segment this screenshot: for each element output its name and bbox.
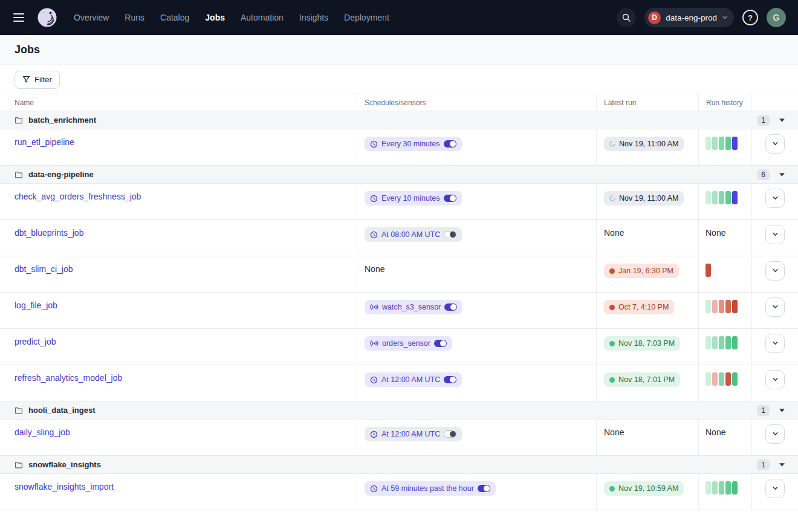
latest-run-chip[interactable]: Nov 19, 10:59 AM [604,481,684,496]
job-actions-button[interactable] [765,479,785,498]
job-link[interactable]: dbt_blueprints_job [15,228,83,238]
run-history-bar[interactable] [719,372,724,386]
run-history-bar[interactable] [712,481,718,495]
schedule-chip[interactable]: Every 10 minutes [365,191,462,206]
avatar[interactable]: G [767,8,786,27]
schedule-label: At 59 minutes past the hour [381,484,474,493]
job-actions-button[interactable] [765,225,785,244]
job-actions-button[interactable] [765,334,785,353]
job-actions-button[interactable] [765,424,785,444]
job-link[interactable]: run_etl_pipeline [15,137,74,147]
job-link[interactable]: predict_job [15,337,56,346]
nav-item-jobs[interactable]: Jobs [205,13,225,22]
run-history-bar[interactable] [725,191,731,204]
nav-item-insights[interactable]: Insights [299,13,328,22]
collapse-caret-icon[interactable] [779,463,785,467]
run-history-bar[interactable] [719,481,724,495]
schedule-toggle[interactable] [444,303,457,311]
job-actions-button[interactable] [765,134,785,154]
run-history-bar[interactable] [725,372,731,386]
run-history-bar[interactable] [706,481,711,495]
collapse-caret-icon[interactable] [779,173,785,177]
job-actions-button[interactable] [765,189,785,208]
run-history-bar[interactable] [712,137,718,150]
run-history-bar[interactable] [706,336,711,349]
toggle-knob [450,431,456,437]
run-history-bar[interactable] [706,372,711,386]
schedule-chip[interactable]: At 12:00 AM UTC [365,372,462,387]
latest-run-chip[interactable]: Jan 19, 6:30 PM [604,264,679,278]
run-history-bar[interactable] [712,336,718,349]
nav-item-runs[interactable]: Runs [125,13,144,22]
run-history-bar[interactable] [719,300,724,313]
schedule-chip[interactable]: Every 30 minutes [365,137,462,151]
run-history-bar[interactable] [712,191,718,204]
deployment-switcher[interactable]: D data-eng-prod [644,8,734,27]
nav-item-catalog[interactable]: Catalog [160,13,189,22]
schedule-toggle[interactable] [444,140,456,148]
job-link[interactable]: dbt_slim_ci_job [15,264,73,274]
nav-item-overview[interactable]: Overview [74,13,109,22]
job-actions-button[interactable] [765,297,785,317]
help-icon[interactable]: ? [742,10,758,25]
collapse-caret-icon[interactable] [779,409,785,412]
run-history-bar[interactable] [732,191,738,204]
run-history-bar[interactable] [719,191,724,204]
latest-run-chip[interactable]: Nov 19, 11:00 AM [604,191,684,206]
toggle-knob [450,195,456,201]
run-history-bar[interactable] [712,300,718,313]
run-history-bar[interactable] [706,191,711,204]
run-history-bar[interactable] [725,336,731,349]
latest-run-chip[interactable]: Oct 7, 4:10 PM [604,300,674,314]
schedule-toggle[interactable] [434,340,447,347]
latest-run-chip[interactable]: Nov 18, 7:03 PM [604,336,680,351]
schedule-toggle[interactable] [444,430,456,438]
job-link[interactable]: log_file_job [15,300,57,310]
collapse-caret-icon[interactable] [779,118,785,122]
nav-item-automation[interactable]: Automation [241,13,284,22]
run-history-bar[interactable] [732,336,738,349]
group-row-hooli_data_ingest[interactable]: hooli_data_ingest1 [0,401,798,420]
schedule-toggle[interactable] [478,485,490,492]
group-row-batch_enrichment[interactable]: batch_enrichment1 [0,111,798,129]
run-history-bar[interactable] [725,137,731,150]
latest-run-chip[interactable]: Nov 19, 11:00 AM [604,137,684,151]
run-history-bar[interactable] [706,300,711,313]
job-link[interactable]: snowflake_insights_import [15,482,114,491]
run-history-bar[interactable] [706,137,711,150]
run-history-bar[interactable] [732,300,738,313]
job-link[interactable]: check_avg_orders_freshness_job [15,192,141,201]
run-history-bar[interactable] [719,336,724,349]
group-row-snowflake_insights[interactable]: snowflake_insights1 [0,456,798,474]
search-icon[interactable] [617,8,636,27]
sensor-chip[interactable]: watch_s3_sensor [365,300,462,314]
schedule-toggle[interactable] [444,231,456,238]
job-link[interactable]: refresh_analytics_model_job [15,373,122,383]
run-history-bar[interactable] [732,481,738,495]
filter-button[interactable]: Filter [15,71,60,89]
job-actions-button[interactable] [765,370,785,389]
run-history-bar[interactable] [712,372,718,386]
latest-run-chip[interactable]: Nov 18, 7:01 PM [604,372,680,387]
dagster-logo[interactable] [36,7,58,28]
menu-icon[interactable] [10,10,28,25]
schedule-toggle[interactable] [444,376,456,383]
schedule-chip[interactable]: At 12:00 AM UTC [365,427,462,441]
run-history-bar[interactable] [706,264,711,277]
schedule-chip[interactable]: At 08:00 AM UTC [365,227,462,242]
in-progress-spinner-icon [608,140,617,148]
schedule-toggle[interactable] [444,195,456,202]
schedule-chip[interactable]: At 59 minutes past the hour [365,481,496,496]
group-row-data-eng-pipeline[interactable]: data-eng-pipeline6 [0,166,798,184]
name-cell: snowflake_insights_import [0,474,357,510]
run-history-bar[interactable] [732,372,738,386]
job-actions-button[interactable] [765,261,785,281]
run-history-bar[interactable] [732,137,738,150]
sensor-chip[interactable]: orders_sensor [365,336,452,351]
run-history-bar[interactable] [719,137,724,150]
job-link[interactable]: daily_sling_job [15,427,70,437]
nav-item-deployment[interactable]: Deployment [344,13,389,22]
run-history-bar[interactable] [725,300,731,313]
run-history-bar[interactable] [725,481,731,495]
in-progress-spinner-icon [608,194,617,203]
